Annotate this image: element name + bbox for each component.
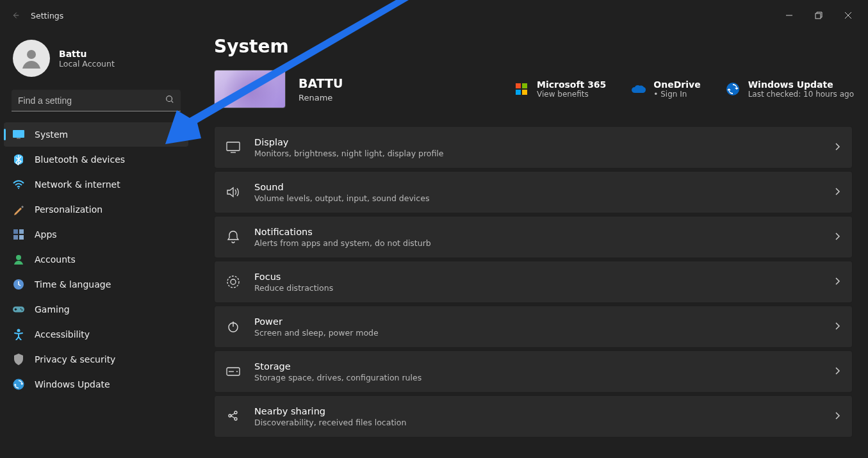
close-button[interactable]	[833, 5, 863, 26]
focus-icon	[226, 275, 240, 289]
system-icon	[13, 129, 24, 140]
nav-item-personalization[interactable]: Personalization	[4, 197, 188, 222]
avatar	[13, 40, 50, 77]
setting-title: Nearby sharing	[254, 406, 406, 416]
account-sub: Local Account	[59, 59, 115, 69]
back-button[interactable]	[5, 5, 26, 26]
time-language-icon	[13, 279, 24, 290]
chevron-right-icon	[834, 411, 840, 423]
chevron-right-icon	[834, 366, 840, 378]
account-name: Battu	[59, 49, 115, 59]
network-internet-icon	[13, 179, 24, 190]
accessibility-icon	[13, 329, 24, 340]
setting-subtitle: Screen and sleep, power mode	[254, 328, 379, 338]
nav-item-label: Network & internet	[35, 179, 120, 190]
svg-point-28	[236, 371, 238, 372]
sidebar: Battu Local Account SystemBluetooth & de…	[0, 31, 192, 458]
svg-point-15	[22, 309, 23, 311]
svg-point-6	[18, 188, 19, 189]
maximize-button[interactable]	[804, 5, 833, 26]
nav-item-label: Bluetooth & devices	[35, 154, 125, 165]
svg-point-1	[27, 50, 36, 59]
nav-item-bluetooth-devices[interactable]: Bluetooth & devices	[4, 147, 188, 172]
sound-icon	[226, 185, 240, 199]
nav-item-label: Windows Update	[35, 379, 110, 389]
nav-item-network-internet[interactable]: Network & internet	[4, 172, 188, 197]
nav-item-label: Personalization	[35, 204, 102, 215]
window-title: Settings	[31, 11, 63, 20]
settings-list: DisplayMonitors, brightness, night light…	[214, 126, 854, 438]
search-input[interactable]	[18, 95, 165, 106]
nav-item-privacy-security[interactable]: Privacy & security	[4, 347, 188, 372]
nav-item-time-language[interactable]: Time & language	[4, 272, 188, 297]
setting-subtitle: Alerts from apps and system, do not dist…	[254, 238, 431, 248]
pc-preview-image	[214, 70, 286, 108]
setting-title: Notifications	[254, 227, 431, 237]
onedrive-icon	[630, 81, 646, 97]
svg-rect-19	[522, 83, 527, 88]
setting-display[interactable]: DisplayMonitors, brightness, night light…	[214, 126, 853, 168]
nav-list: SystemBluetooth & devicesNetwork & inter…	[0, 120, 192, 397]
nav-item-label: Gaming	[35, 304, 70, 315]
search-box[interactable]	[12, 90, 181, 111]
nav-item-label: Accessibility	[35, 329, 90, 339]
tile-onedrive[interactable]: OneDrive • Sign In	[630, 79, 700, 99]
setting-power[interactable]: PowerScreen and sleep, power mode	[214, 306, 853, 348]
setting-storage[interactable]: StorageStorage space, drives, configurat…	[214, 350, 853, 393]
setting-subtitle: Storage space, drives, configuration rul…	[254, 373, 422, 382]
svg-rect-4	[17, 138, 20, 139]
setting-nearby-sharing[interactable]: Nearby sharingDiscoverability, received …	[214, 395, 853, 438]
svg-rect-20	[516, 90, 521, 95]
tile-windows-update[interactable]: Windows Update Last checked: 10 hours ag…	[725, 79, 854, 99]
nav-item-label: Accounts	[35, 254, 76, 265]
chevron-right-icon	[834, 142, 840, 154]
rename-link[interactable]: Rename	[299, 93, 343, 102]
privacy-security-icon	[13, 354, 24, 365]
personalization-icon	[13, 204, 24, 215]
nav-item-accessibility[interactable]: Accessibility	[4, 322, 188, 347]
setting-title: Storage	[254, 361, 422, 372]
svg-point-16	[17, 329, 20, 332]
svg-point-2	[167, 96, 172, 102]
storage-icon	[226, 364, 240, 379]
svg-rect-18	[516, 83, 521, 88]
pc-name: BATTU	[299, 76, 343, 90]
setting-subtitle: Reduce distractions	[254, 283, 333, 293]
hero-row: BATTU Rename Microsoft 365 View benefits	[214, 70, 854, 108]
account-block[interactable]: Battu Local Account	[0, 31, 192, 86]
nav-item-windows-update[interactable]: Windows Update	[4, 372, 188, 397]
setting-notifications[interactable]: NotificationsAlerts from apps and system…	[214, 216, 853, 258]
setting-focus[interactable]: FocusReduce distractions	[214, 261, 853, 303]
nav-item-accounts[interactable]: Accounts	[4, 247, 188, 272]
setting-title: Display	[254, 137, 443, 147]
chevron-right-icon	[834, 186, 840, 199]
gaming-icon	[13, 304, 24, 315]
chevron-right-icon	[834, 231, 840, 243]
setting-title: Power	[254, 316, 379, 327]
apps-icon	[13, 229, 24, 240]
windows-update-icon	[725, 81, 741, 97]
svg-rect-8	[19, 229, 24, 234]
svg-rect-10	[19, 235, 24, 240]
nav-item-system[interactable]: System	[4, 122, 188, 147]
svg-rect-9	[13, 235, 18, 240]
setting-title: Focus	[254, 272, 333, 282]
nav-item-gaming[interactable]: Gaming	[4, 297, 188, 322]
chevron-right-icon	[834, 276, 840, 288]
bell-icon	[226, 230, 240, 244]
setting-subtitle: Discoverability, received files location	[254, 418, 406, 427]
nav-item-label: System	[35, 129, 68, 140]
svg-point-11	[16, 255, 21, 260]
svg-point-30	[234, 418, 237, 420]
setting-sound[interactable]: SoundVolume levels, output, input, sound…	[214, 171, 853, 213]
main-panel: System BATTU Rename Microsoft 365 View b…	[192, 31, 868, 458]
display-icon	[226, 140, 240, 154]
share-icon	[226, 409, 240, 423]
tile-ms365[interactable]: Microsoft 365 View benefits	[514, 79, 606, 99]
minimize-button[interactable]	[774, 5, 804, 26]
nav-item-label: Time & language	[35, 279, 111, 290]
setting-title: Sound	[254, 182, 429, 192]
ms365-icon	[514, 81, 529, 97]
bluetooth-devices-icon	[13, 154, 24, 165]
nav-item-apps[interactable]: Apps	[4, 222, 188, 247]
